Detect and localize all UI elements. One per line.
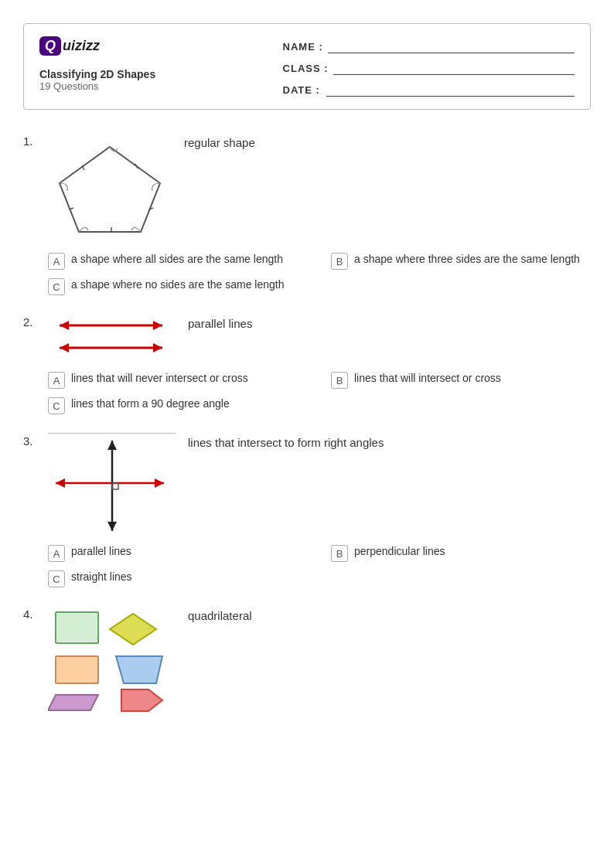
svg-marker-17 — [107, 441, 117, 450]
question-4-row: 4. quadrilateral — [23, 606, 591, 714]
date-field-row: DATE : — [283, 83, 575, 97]
name-field-row: NAME : — [283, 39, 575, 53]
option-3-text-b: perpendicular lines — [354, 544, 445, 560]
question-4-text: quadrilateral — [185, 609, 252, 622]
question-1-row: 1. regul — [23, 133, 591, 241]
svg-rect-20 — [57, 614, 97, 642]
svg-rect-22 — [56, 656, 98, 683]
svg-marker-14 — [56, 478, 65, 488]
svg-marker-7 — [153, 321, 162, 330]
option-text-c: a shape where no sides are the same leng… — [71, 277, 285, 293]
pentagon-svg — [48, 133, 172, 241]
svg-marker-23 — [116, 656, 162, 683]
option-1-c: C a shape where no sides are the same le… — [48, 277, 591, 295]
header-left: Q uizizz Classifying 2D Shapes 19 Questi… — [39, 36, 283, 92]
svg-marker-24 — [48, 695, 98, 710]
class-label: CLASS : — [283, 63, 329, 74]
question-1-num: 1. — [23, 134, 39, 148]
svg-marker-11 — [60, 343, 69, 352]
option-2-text-a: lines that will never intersect or cross — [71, 371, 248, 386]
option-3-c: C straight lines — [48, 570, 591, 587]
option-3-letter-a: A — [48, 545, 65, 562]
option-3-letter-c: C — [48, 570, 65, 587]
question-1-options: A a shape where all sides are the same l… — [48, 252, 591, 295]
question-1-image — [48, 133, 172, 241]
question-3-text: lines that intersect to form right angle… — [185, 436, 384, 449]
header-fields: NAME : CLASS : DATE : — [283, 36, 575, 97]
question-4-image — [48, 606, 176, 714]
option-3-text-c: straight lines — [71, 570, 132, 585]
perp-top-line — [48, 433, 176, 434]
page: Q uizizz Classifying 2D Shapes 19 Questi… — [0, 0, 614, 868]
question-3: 3. lines that intersect to form right an… — [23, 433, 591, 587]
svg-marker-25 — [121, 689, 162, 711]
option-2-text-c: lines that form a 90 degree angle — [71, 397, 230, 412]
question-4-num: 4. — [23, 608, 39, 621]
question-1-text: regular shape — [181, 136, 255, 149]
header-box: Q uizizz Classifying 2D Shapes 19 Questi… — [23, 23, 591, 110]
question-2-text: parallel lines — [185, 317, 252, 330]
question-4: 4. quadrilateral — [23, 606, 591, 714]
question-3-row: 3. lines that intersect to form right an… — [23, 433, 591, 533]
svg-marker-13 — [155, 478, 164, 488]
option-1-a: A a shape where all sides are the same l… — [48, 252, 308, 270]
option-2-a: A lines that will never intersect or cro… — [48, 371, 308, 389]
question-3-image — [48, 433, 176, 533]
option-2-letter-c: C — [48, 397, 65, 414]
option-2-letter-b: B — [331, 372, 348, 389]
option-3-text-a: parallel lines — [71, 544, 131, 560]
option-letter-b: B — [331, 253, 348, 270]
option-2-b: B lines that will intersect or cross — [331, 371, 591, 389]
parallel-svg — [48, 314, 176, 360]
svg-marker-0 — [60, 147, 160, 232]
name-label: NAME : — [283, 41, 323, 53]
option-3-b: B perpendicular lines — [331, 544, 591, 562]
question-2-image — [48, 314, 176, 360]
option-3-a: A parallel lines — [48, 544, 308, 562]
logo: Q uizizz — [39, 36, 283, 56]
question-3-options: A parallel lines B perpendicular lines C… — [48, 544, 591, 587]
logo-q: Q — [39, 36, 61, 56]
option-2-text-b: lines that will intersect or cross — [354, 371, 501, 386]
date-line — [326, 83, 575, 97]
svg-line-2 — [148, 208, 153, 209]
perp-svg — [48, 437, 176, 537]
option-1-b: B a shape where three sides are the same… — [331, 252, 591, 270]
name-line — [328, 39, 575, 53]
svg-marker-8 — [60, 321, 69, 330]
option-letter-c: C — [48, 278, 65, 295]
quad-svg — [48, 606, 176, 714]
question-3-num: 3. — [23, 434, 39, 448]
option-2-letter-a: A — [48, 372, 65, 389]
option-text-a: a shape where all sides are the same len… — [71, 252, 283, 267]
worksheet-subtitle: 19 Questions — [39, 80, 283, 92]
class-line — [333, 61, 575, 75]
logo-rest: uizizz — [63, 38, 100, 54]
date-label: DATE : — [283, 84, 322, 96]
svg-marker-10 — [153, 343, 162, 352]
class-field-row: CLASS : — [283, 61, 575, 75]
question-1: 1. regul — [23, 133, 591, 295]
question-2-options: A lines that will never intersect or cro… — [48, 371, 591, 414]
worksheet-title: Classifying 2D Shapes — [39, 68, 283, 80]
question-2: 2. parallel lines A lines that will neve… — [23, 314, 591, 414]
option-letter-a: A — [48, 253, 65, 270]
svg-marker-21 — [110, 614, 156, 645]
option-text-b: a shape where three sides are the same l… — [354, 252, 580, 267]
question-2-row: 2. parallel lines — [23, 314, 591, 360]
question-2-num: 2. — [23, 315, 39, 328]
option-2-c: C lines that form a 90 degree angle — [48, 397, 591, 414]
option-3-letter-b: B — [331, 545, 348, 562]
svg-marker-16 — [107, 522, 117, 531]
